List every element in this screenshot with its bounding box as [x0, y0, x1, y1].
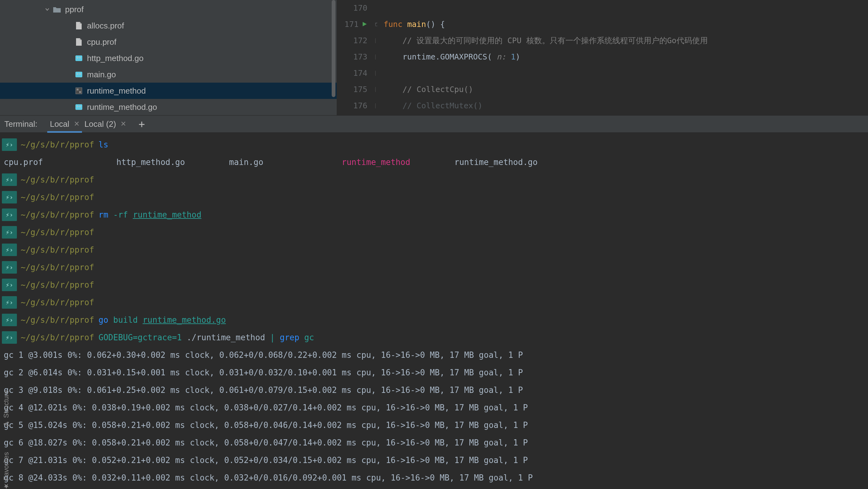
- prompt-path: ~/g/s/b/r/pprof: [21, 311, 94, 329]
- terminal-output-line: cpu.profhttp_method.gomain.goruntime_met…: [0, 153, 567, 171]
- fold-marker[interactable]: [371, 16, 382, 33]
- terminal-line: ⚡›~/g/s/b/r/pprofgo build runtime_method…: [0, 311, 868, 329]
- tool-structure-label: Structure: [0, 390, 15, 418]
- gutter-line[interactable]: 176: [337, 98, 371, 114]
- line-number: 170: [353, 0, 367, 16]
- terminal-body[interactable]: ⚡›~/g/s/b/r/pproflscpu.profhttp_method.g…: [0, 133, 868, 489]
- code-editor[interactable]: 170171172173174175176 func main() { // 设…: [337, 0, 868, 115]
- prompt-icon: ⚡›: [2, 191, 17, 204]
- svg-marker-22: [4, 484, 9, 489]
- sidebar-scrollbar-thumb[interactable]: [332, 0, 335, 97]
- svg-rect-19: [7, 425, 9, 426]
- tool-structure-button[interactable]: Structure: [0, 390, 15, 427]
- fold-marker: [371, 98, 382, 114]
- prompt-icon: ⚡›: [2, 314, 17, 326]
- terminal-command: rm -rf runtime_method: [99, 206, 202, 223]
- svg-point-16: [77, 106, 78, 107]
- run-gutter-icon[interactable]: [362, 16, 367, 33]
- svg-rect-12: [79, 91, 81, 93]
- tree-item-http-method-go[interactable]: http_method.go: [0, 50, 337, 66]
- terminal-output-line: gc 6 @18.027s 0%: 0.058+0.21+0.002 ms cl…: [0, 434, 868, 452]
- editor-code-area[interactable]: func main() { // 设置最大的可同时使用的 CPU 核数。只有一个…: [382, 0, 868, 115]
- file-icon: [74, 37, 83, 46]
- tree-item-runtime-method[interactable]: runtime_method: [0, 83, 337, 99]
- terminal-tab-1[interactable]: Local (2)✕: [82, 116, 129, 132]
- svg-point-9: [80, 73, 81, 74]
- left-tool-strip: Structure Favorites: [0, 376, 12, 489]
- line-number: 173: [353, 49, 367, 65]
- code-line[interactable]: runtime.GOMAXPROCS( n: 1): [383, 49, 868, 65]
- tree-item-main-go[interactable]: main.go: [0, 66, 337, 83]
- line-number: 175: [353, 82, 367, 98]
- gutter-line[interactable]: 172: [337, 33, 371, 49]
- tree-item-allocs-prof[interactable]: allocs.prof: [0, 18, 337, 34]
- terminal-tab-0[interactable]: Local✕: [47, 116, 82, 132]
- terminal-add-tab-button[interactable]: +: [134, 118, 149, 130]
- terminal-line: cpu.profhttp_method.gomain.goruntime_met…: [0, 153, 868, 171]
- tree-item-label: main.go: [87, 70, 116, 80]
- gutter-line[interactable]: 170: [337, 0, 371, 16]
- prompt-path: ~/g/s/b/r/pprof: [21, 136, 94, 153]
- code-line[interactable]: // 设置最大的可同时使用的 CPU 核数。只有一个操作系统线程可供用户的Go代…: [383, 33, 868, 49]
- terminal-command: GODEBUG=gctrace=1 ./runtime_method | gre…: [99, 329, 314, 346]
- terminal-tab-label: Local (2): [85, 119, 116, 129]
- prompt-icon: ⚡›: [2, 209, 17, 221]
- go-icon: [74, 103, 83, 112]
- line-number: 171: [344, 16, 359, 33]
- tree-item-label: pprof: [65, 5, 84, 14]
- code-line[interactable]: // CollectCpu(): [383, 82, 868, 98]
- prompt-icon: ⚡›: [2, 244, 17, 256]
- prompt-path: ~/g/s/b/r/pprof: [21, 188, 94, 206]
- svg-rect-13: [75, 104, 82, 110]
- terminal-output-line: gc 5 @15.024s 0%: 0.058+0.21+0.002 ms cl…: [0, 416, 868, 434]
- chevron-down-icon[interactable]: [44, 6, 51, 13]
- terminal-line: ⚡›~/g/s/b/r/pprofGODEBUG=gctrace=1 ./run…: [0, 329, 868, 346]
- code-line[interactable]: func main() {: [383, 16, 868, 33]
- close-icon[interactable]: ✕: [74, 120, 80, 128]
- editor-gutter[interactable]: 170171172173174175176: [337, 0, 371, 115]
- code-line[interactable]: // CollectMutex(): [383, 98, 868, 114]
- svg-marker-18: [363, 22, 367, 26]
- gutter-line[interactable]: 173: [337, 49, 371, 65]
- prompt-icon: ⚡›: [2, 296, 17, 309]
- prompt-icon: ⚡›: [2, 139, 17, 151]
- code-line[interactable]: [383, 65, 868, 82]
- terminal-output-line: gc 3 @9.018s 0%: 0.061+0.25+0.002 ms clo…: [0, 381, 868, 399]
- tool-favorites-label: Favorites: [0, 452, 15, 480]
- tree-item-runtime-method-go[interactable]: runtime_method.go: [0, 99, 337, 115]
- sidebar-scrollbar[interactable]: [332, 0, 335, 110]
- tree-item-label: http_method.go: [87, 54, 144, 63]
- terminal-title: Terminal:: [4, 119, 37, 129]
- svg-rect-21: [4, 423, 6, 425]
- tree-item-cpu-prof[interactable]: cpu.prof: [0, 34, 337, 50]
- go-icon: [74, 70, 83, 79]
- close-icon[interactable]: ✕: [121, 120, 126, 128]
- terminal-line: ⚡›~/g/s/b/r/pprof: [0, 276, 868, 294]
- prompt-path: ~/g/s/b/r/pprof: [21, 171, 94, 188]
- svg-rect-20: [7, 422, 9, 424]
- project-tree[interactable]: pprofallocs.profcpu.profhttp_method.goma…: [0, 0, 337, 115]
- terminal-line: ⚡›~/g/s/b/r/pprofrm -rf runtime_method: [0, 206, 868, 223]
- gutter-line[interactable]: 174: [337, 65, 371, 82]
- line-number: 174: [353, 65, 367, 82]
- gutter-line[interactable]: 171: [337, 16, 371, 33]
- tool-favorites-button[interactable]: Favorites: [0, 452, 15, 489]
- terminal-output-line: gc 4 @12.021s 0%: 0.038+0.19+0.002 ms cl…: [0, 399, 868, 416]
- fold-marker: [371, 0, 382, 16]
- prompt-path: ~/g/s/b/r/pprof: [21, 206, 94, 223]
- line-number: 172: [353, 33, 367, 49]
- fold-marker: [371, 49, 382, 65]
- code-line[interactable]: [383, 0, 868, 16]
- tree-item-label: runtime_method.go: [87, 102, 157, 112]
- gutter-line[interactable]: 175: [337, 82, 371, 98]
- tree-item-pprof[interactable]: pprof: [0, 1, 337, 18]
- terminal-line: ⚡›~/g/s/b/r/pprof: [0, 241, 868, 258]
- tree-item-label: allocs.prof: [87, 21, 124, 31]
- prompt-path: ~/g/s/b/r/pprof: [21, 223, 94, 241]
- terminal-output-line: gc 1 @3.001s 0%: 0.062+0.30+0.002 ms clo…: [0, 346, 868, 364]
- terminal-output-line: gc 2 @6.014s 0%: 0.031+0.15+0.001 ms clo…: [0, 364, 868, 381]
- terminal-panel-header: Terminal: Local✕Local (2)✕ +: [0, 115, 868, 133]
- tree-item-label: runtime_method: [87, 86, 146, 96]
- terminal-tab-label: Local: [50, 119, 69, 129]
- editor-fold-column[interactable]: [371, 0, 382, 115]
